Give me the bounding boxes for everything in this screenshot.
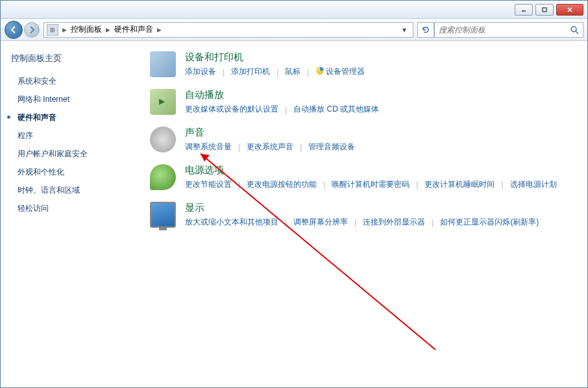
navbar: ⊞ ▶ 控制面板 ▶ 硬件和声音 ▶ ▾ [1, 19, 587, 41]
link-separator: | [354, 218, 356, 227]
link-separator: | [276, 67, 278, 77]
back-button[interactable] [5, 21, 23, 39]
power-icon [150, 164, 176, 190]
main-panel: 设备和打印机添加设备|添加打印机|鼠标|设备管理器自动播放更改媒体或设备的默认设… [137, 41, 587, 387]
link-separator: | [285, 218, 287, 227]
sidebar-item-0[interactable]: 系统和安全 [11, 73, 127, 90]
category-title-autoplay[interactable]: 自动播放 [185, 89, 574, 101]
category-link-label: 唤醒计算机时需要密码 [332, 180, 410, 189]
forward-button[interactable] [24, 22, 40, 38]
svg-point-4 [571, 27, 576, 32]
category-link-label: 更改系统声音 [247, 142, 293, 151]
control-panel-window: ⊞ ▶ 控制面板 ▶ 硬件和声音 ▶ ▾ 控制面板主页 系统和安全网络和 Int… [0, 0, 588, 388]
category-link-label: 选择电源计划 [510, 180, 557, 189]
refresh-button[interactable] [417, 22, 434, 38]
category-link[interactable]: 自动播放 CD 或其他媒体 [293, 104, 379, 115]
close-button[interactable] [556, 4, 583, 16]
sidebar-item-5[interactable]: 外观和个性化 [11, 164, 127, 180]
category-link[interactable]: 连接到外部显示器 [363, 217, 425, 228]
category-link-label: 更改计算机睡眠时间 [424, 180, 495, 189]
sidebar-item-6[interactable]: 时钟、语言和区域 [11, 182, 127, 199]
chevron-right-icon: ▶ [61, 27, 68, 33]
category-link-label: 更改媒体或设备的默认设置 [185, 104, 278, 114]
crumb-dropdown[interactable]: ▾ [398, 25, 410, 34]
link-separator: | [307, 67, 309, 77]
devices-icon [150, 51, 176, 77]
category-link-label: 鼠标 [285, 67, 300, 76]
sidebar-item-3[interactable]: 程序 [11, 128, 127, 144]
category-title-power[interactable]: 电源选项 [185, 164, 574, 176]
category-link[interactable]: 更改节能设置 [185, 179, 232, 190]
control-panel-icon: ⊞ [47, 24, 58, 36]
maximize-button[interactable] [535, 4, 554, 16]
link-separator: | [238, 143, 240, 152]
category-link-label: 管理音频设备 [308, 142, 355, 151]
category-link-label: 添加打印机 [231, 67, 270, 76]
link-separator: | [223, 67, 225, 77]
autoplay-icon [150, 89, 176, 115]
display-icon [150, 202, 176, 228]
category-sound: 声音调整系统音量|更改系统声音|管理音频设备 [150, 127, 574, 152]
category-link[interactable]: 添加设备 [185, 66, 216, 77]
category-title-sound[interactable]: 声音 [185, 127, 574, 139]
category-power: 电源选项更改节能设置|更改电源按钮的功能|唤醒计算机时需要密码|更改计算机睡眠时… [150, 164, 574, 190]
category-link[interactable]: 选择电源计划 [510, 179, 557, 190]
category-link[interactable]: 鼠标 [285, 66, 300, 77]
content-area: 控制面板主页 系统和安全网络和 Internet硬件和声音程序用户帐户和家庭安全… [1, 41, 587, 387]
link-separator: | [238, 180, 240, 189]
sidebar-item-4[interactable]: 用户帐户和家庭安全 [11, 146, 127, 162]
category-link-label: 添加设备 [185, 67, 216, 76]
category-link[interactable]: 唤醒计算机时需要密码 [332, 179, 410, 190]
category-link-label: 调整系统音量 [185, 142, 232, 151]
category-link[interactable]: 调整屏幕分辨率 [293, 217, 348, 228]
link-separator: | [501, 180, 503, 189]
minimize-button[interactable] [515, 4, 533, 16]
category-link-label: 更改电源按钮的功能 [247, 180, 317, 189]
sidebar-title[interactable]: 控制面板主页 [11, 53, 127, 64]
sound-icon [150, 127, 176, 152]
category-link[interactable]: 如何更正显示器闪烁(刷新率) [440, 217, 539, 228]
category-link-label: 自动播放 CD 或其他媒体 [293, 104, 379, 114]
svg-rect-1 [543, 8, 546, 12]
category-devices: 设备和打印机添加设备|添加打印机|鼠标|设备管理器 [150, 51, 574, 77]
sidebar-item-7[interactable]: 轻松访问 [11, 200, 127, 217]
chevron-right-icon: ▶ [104, 27, 112, 33]
category-link[interactable]: 更改媒体或设备的默认设置 [185, 104, 278, 115]
breadcrumb[interactable]: ⊞ ▶ 控制面板 ▶ 硬件和声音 ▶ ▾ [43, 22, 413, 38]
search-icon [570, 25, 579, 34]
category-link[interactable]: 添加打印机 [231, 66, 270, 77]
category-link[interactable]: 调整系统音量 [185, 141, 232, 152]
category-link-label: 放大或缩小文本和其他项目 [185, 217, 278, 226]
category-link[interactable]: 更改计算机睡眠时间 [424, 179, 495, 190]
link-separator: | [285, 105, 287, 114]
category-link-label: 连接到外部显示器 [363, 217, 425, 226]
titlebar [1, 1, 587, 19]
category-autoplay: 自动播放更改媒体或设备的默认设置|自动播放 CD 或其他媒体 [150, 89, 574, 115]
category-link-label: 设备管理器 [326, 67, 365, 76]
category-title-devices[interactable]: 设备和打印机 [185, 51, 574, 64]
sidebar-item-2[interactable]: 硬件和声音 [11, 110, 127, 126]
search-box[interactable] [434, 22, 583, 38]
category-link[interactable]: 管理音频设备 [308, 141, 355, 152]
category-link-label: 如何更正显示器闪烁(刷新率) [440, 217, 539, 226]
chevron-right-icon: ▶ [156, 27, 163, 33]
sidebar-item-1[interactable]: 网络和 Internet [11, 91, 127, 108]
link-separator: | [300, 143, 302, 152]
category-link-label: 更改节能设置 [185, 180, 232, 189]
category-link[interactable]: 更改系统声音 [247, 141, 293, 152]
search-input[interactable] [439, 25, 570, 34]
link-separator: | [432, 218, 434, 227]
category-link-label: 调整屏幕分辨率 [293, 217, 348, 226]
crumb-root[interactable]: 控制面板 [68, 24, 104, 35]
category-title-display[interactable]: 显示 [185, 202, 574, 214]
category-link[interactable]: 更改电源按钮的功能 [247, 179, 317, 190]
sidebar: 控制面板主页 系统和安全网络和 Internet硬件和声音程序用户帐户和家庭安全… [1, 41, 137, 387]
category-display: 显示放大或缩小文本和其他项目|调整屏幕分辨率|连接到外部显示器|如何更正显示器闪… [150, 202, 574, 228]
category-link[interactable]: 放大或缩小文本和其他项目 [185, 217, 278, 228]
shield-icon [315, 66, 325, 75]
svg-line-5 [576, 31, 578, 34]
category-link[interactable]: 设备管理器 [315, 66, 365, 77]
link-separator: | [416, 180, 418, 189]
link-separator: | [323, 180, 325, 189]
crumb-current[interactable]: 硬件和声音 [112, 24, 156, 35]
